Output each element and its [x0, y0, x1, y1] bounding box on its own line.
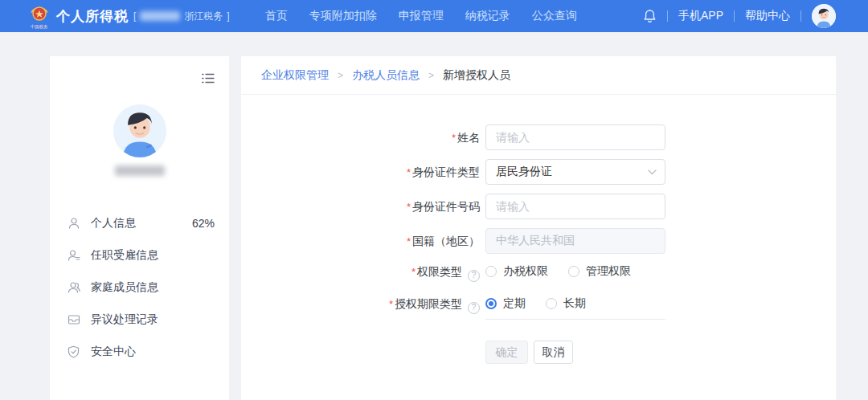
permission-type-help-icon[interactable]: ?	[468, 270, 480, 282]
user-avatar[interactable]	[812, 4, 836, 28]
notification-bell-icon[interactable]	[643, 9, 657, 23]
permission-type-label: *权限类型?	[241, 263, 480, 282]
mail-icon	[67, 313, 80, 327]
tax-emblem-icon	[29, 4, 50, 23]
page-title: 新增授权人员	[443, 68, 510, 83]
name-label: *姓名	[241, 124, 480, 151]
profile-avatar	[113, 104, 166, 157]
date-field-underline	[485, 319, 665, 320]
sidebar-item-label: 任职受雇信息	[91, 248, 158, 263]
chevron-down-icon	[648, 169, 657, 175]
radio-selected-icon	[485, 298, 497, 309]
breadcrumb-separator: >	[338, 70, 343, 81]
breadcrumb-enterprise-permission[interactable]: 企业权限管理	[261, 68, 329, 83]
radio-long-term[interactable]: 长期	[546, 296, 586, 311]
form-row-permission-type: *权限类型? 办税权限 管理权限	[241, 263, 836, 280]
id-type-select[interactable]: 居民身份证	[485, 159, 665, 185]
id-type-label: *身份证件类型	[241, 159, 480, 186]
users-icon	[67, 281, 80, 295]
cancel-button[interactable]: 取消	[534, 341, 573, 364]
nationality-input-disabled: 中华人民共和国	[485, 228, 665, 254]
tax-emblem-logo: 中国税务	[29, 4, 50, 29]
breadcrumb-tax-personnel[interactable]: 办税人员信息	[352, 68, 420, 83]
sidebar-item-employment-info[interactable]: 任职受雇信息	[50, 239, 229, 271]
confirm-button[interactable]: 确定	[485, 341, 528, 364]
app-header: 中国税务 个人所得税 [ 浙江税务 ] 首页 专项附加扣除 申报管理 纳税记录 …	[0, 0, 868, 32]
nav-tax-records[interactable]: 纳税记录	[465, 9, 510, 23]
collapse-menu-icon[interactable]	[202, 72, 215, 87]
sidebar-menu: 个人信息 62% 任职受雇信息	[50, 207, 229, 368]
radio-circle-icon	[546, 298, 557, 309]
header-divider	[800, 10, 801, 22]
auth-period-help-icon[interactable]: ?	[468, 302, 480, 314]
nationality-label: *国籍（地区）	[241, 228, 480, 255]
sidebar-item-security-center[interactable]: 安全中心	[50, 336, 229, 368]
breadcrumb: 企业权限管理 > 办税人员信息 > 新增授权人员	[241, 56, 836, 95]
user-badge-icon	[67, 249, 80, 263]
nav-home[interactable]: 首页	[265, 9, 288, 23]
sidebar-item-label: 安全中心	[91, 345, 136, 359]
name-input[interactable]	[485, 124, 665, 150]
auth-period-radio-group: 定期 长期	[485, 296, 606, 312]
sidebar-item-label: 异议处理记录	[91, 312, 158, 327]
bracket-open: [	[133, 10, 136, 22]
main-panel: 企业权限管理 > 办税人员信息 > 新增授权人员 *姓名 *身份证件类型 居民身…	[241, 56, 836, 400]
radio-fixed-period[interactable]: 定期	[485, 296, 526, 311]
nav-public-query[interactable]: 公众查询	[532, 9, 577, 23]
mobile-app-link[interactable]: 手机APP	[678, 9, 723, 23]
bracket-close: ]	[227, 10, 229, 22]
masked-username	[115, 165, 165, 176]
header-right: 手机APP 帮助中心	[643, 4, 836, 28]
sidebar-item-personal-info[interactable]: 个人信息 62%	[50, 207, 229, 239]
form-row-auth-period: *授权期限类型? 定期 长期	[241, 296, 836, 312]
top-nav: 首页 专项附加扣除 申报管理 纳税记录 公众查询	[265, 9, 577, 23]
id-type-value: 居民身份证	[496, 165, 552, 179]
radio-tax-permission[interactable]: 办税权限	[485, 264, 548, 279]
id-number-input[interactable]	[485, 194, 665, 219]
permission-type-radio-group: 办税权限 管理权限	[485, 263, 651, 280]
app-title: 个人所得税	[56, 7, 129, 26]
page: 中国税务 个人所得税 [ 浙江税务 ] 首页 专项附加扣除 申报管理 纳税记录 …	[0, 0, 868, 400]
header-divider	[667, 10, 668, 22]
radio-circle-icon	[568, 266, 579, 277]
shield-check-icon	[67, 345, 80, 359]
sidebar-item-label: 家庭成员信息	[91, 280, 158, 295]
sidebar-item-label: 个人信息	[91, 216, 136, 231]
org-label: [ 浙江税务 ]	[133, 10, 230, 23]
radio-circle-icon	[485, 266, 497, 277]
sidebar-item-dispute-records[interactable]: 异议处理记录	[50, 304, 229, 336]
nav-declaration[interactable]: 申报管理	[399, 9, 444, 23]
masked-org-prefix	[140, 11, 180, 21]
help-center-link[interactable]: 帮助中心	[745, 9, 790, 23]
nav-special-deduction[interactable]: 专项附加扣除	[309, 9, 377, 23]
sidebar-item-family-members[interactable]: 家庭成员信息	[50, 271, 229, 304]
org-name: 浙江税务	[184, 10, 223, 23]
logo-caption: 中国税务	[31, 24, 48, 28]
header-divider	[734, 10, 735, 22]
auth-period-label: *授权期限类型?	[241, 296, 480, 314]
breadcrumb-separator: >	[428, 70, 434, 81]
profile-completeness: 62%	[192, 217, 215, 230]
radio-manage-permission[interactable]: 管理权限	[568, 264, 631, 279]
profile-sidebar: 个人信息 62% 任职受雇信息	[50, 56, 229, 400]
user-icon	[67, 217, 80, 231]
id-number-label: *身份证件号码	[241, 194, 480, 220]
